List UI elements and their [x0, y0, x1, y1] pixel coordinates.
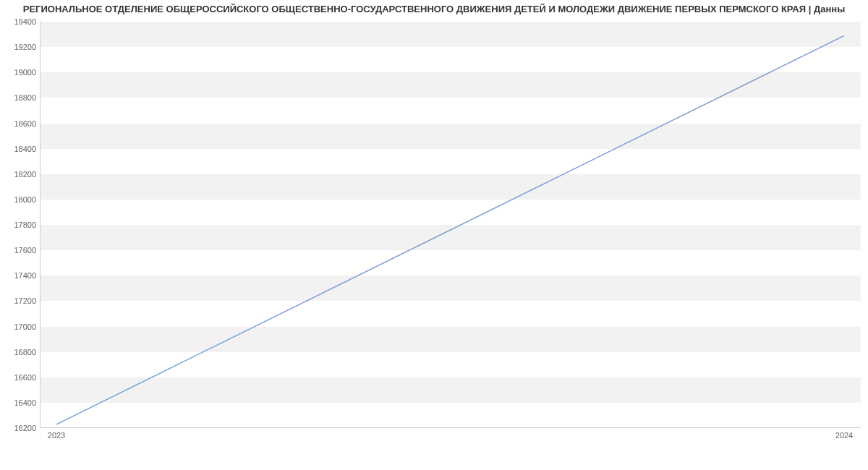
grid-band [41, 225, 861, 250]
y-tick-label: 16400 [4, 398, 36, 407]
y-tick-label: 17200 [4, 296, 36, 305]
y-tick-label: 19000 [4, 68, 36, 77]
y-tick-label: 16600 [4, 373, 36, 382]
chart-container: РЕГИОНАЛЬНОЕ ОТДЕЛЕНИЕ ОБЩЕРОССИЙСКОГО О… [0, 0, 868, 470]
y-tick-label: 17800 [4, 221, 36, 229]
y-tick-label: 18000 [4, 195, 36, 204]
y-tick-label: 19400 [4, 17, 36, 26]
y-tick-label: 16200 [4, 424, 36, 432]
grid-band [41, 22, 861, 47]
grid-band [41, 275, 861, 301]
grid-band [41, 377, 861, 403]
y-tick-label: 17400 [4, 271, 36, 280]
y-tick-label: 18400 [4, 145, 36, 153]
y-tick-label: 18800 [4, 93, 36, 102]
y-tick-label: 17600 [4, 246, 36, 255]
y-tick-label: 18200 [4, 170, 36, 179]
grid-band [41, 72, 861, 98]
y-tick-label: 16800 [4, 348, 36, 356]
y-tick-label: 19200 [4, 43, 36, 51]
chart-title: РЕГИОНАЛЬНОЕ ОТДЕЛЕНИЕ ОБЩЕРОССИЙСКОГО О… [0, 4, 868, 14]
grid-band [41, 174, 861, 200]
y-tick-label: 18600 [4, 119, 36, 128]
x-tick-label: 2023 [48, 431, 65, 440]
plot-area [40, 22, 861, 428]
grid-band [41, 327, 861, 352]
grid-band [41, 124, 861, 149]
y-tick-label: 17000 [4, 322, 36, 331]
x-tick-label: 2024 [835, 431, 853, 440]
